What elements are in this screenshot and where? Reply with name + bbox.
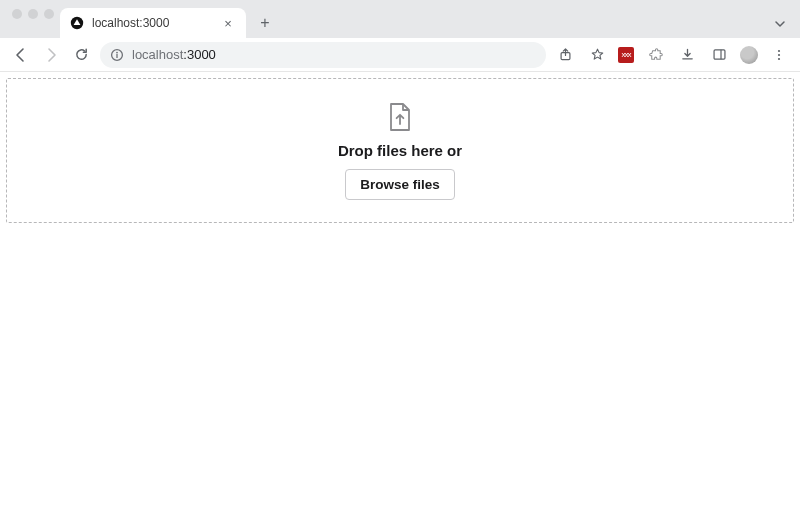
browser-toolbar: localhost:3000 xxx: [0, 38, 800, 72]
svg-rect-5: [714, 50, 725, 59]
svg-rect-3: [116, 54, 117, 58]
url-suffix: :3000: [183, 47, 216, 62]
toolbar-right: xxx: [554, 44, 790, 66]
back-button[interactable]: [10, 44, 32, 66]
address-bar[interactable]: localhost:3000: [100, 42, 546, 68]
side-panel-button[interactable]: [708, 44, 730, 66]
svg-point-7: [778, 49, 780, 51]
chevron-down-icon[interactable]: [774, 18, 800, 38]
minimize-window-dot[interactable]: [28, 9, 38, 19]
bookmark-button[interactable]: [586, 44, 608, 66]
reload-button[interactable]: [70, 44, 92, 66]
browse-files-button[interactable]: Browse files: [345, 169, 455, 200]
forward-button[interactable]: [40, 44, 62, 66]
window-controls: [8, 0, 60, 38]
url-text: localhost:3000: [132, 47, 216, 62]
dropzone-prompt: Drop files here or: [338, 142, 462, 159]
file-upload-icon: [387, 102, 413, 132]
svg-point-9: [778, 57, 780, 59]
close-window-dot[interactable]: [12, 9, 22, 19]
file-dropzone[interactable]: Drop files here or Browse files: [6, 78, 794, 223]
url-host: localhost: [132, 47, 183, 62]
svg-point-2: [116, 51, 118, 53]
page-content: Drop files here or Browse files: [0, 72, 800, 229]
site-info-icon[interactable]: [110, 48, 124, 62]
browser-tab[interactable]: localhost:3000 ×: [60, 8, 246, 38]
maximize-window-dot[interactable]: [44, 9, 54, 19]
tab-favicon-icon: [70, 16, 84, 30]
downloads-button[interactable]: [676, 44, 698, 66]
tab-strip: localhost:3000 × +: [0, 0, 800, 38]
new-tab-button[interactable]: +: [252, 10, 278, 36]
svg-point-8: [778, 53, 780, 55]
menu-button[interactable]: [768, 44, 790, 66]
extensions-button[interactable]: [644, 44, 666, 66]
close-tab-button[interactable]: ×: [220, 16, 236, 31]
tab-title: localhost:3000: [92, 16, 212, 30]
share-button[interactable]: [554, 44, 576, 66]
profile-avatar[interactable]: [740, 46, 758, 64]
extension-red-icon[interactable]: xxx: [618, 47, 634, 63]
